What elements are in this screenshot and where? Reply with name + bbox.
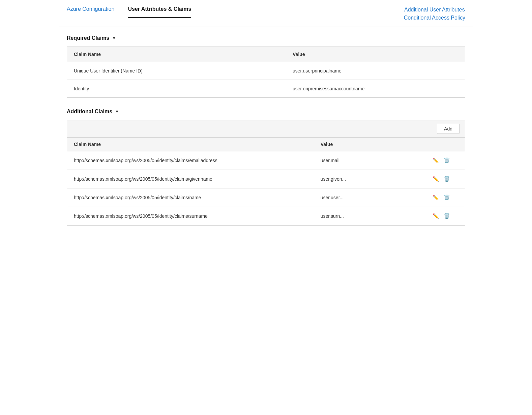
claim-name-cell: http://schemas.xmlsoap.org/ws/2005/05/id… (67, 188, 314, 207)
table-row: http://schemas.xmlsoap.org/ws/2005/05/id… (67, 207, 465, 225)
claim-value-cell: user.mail (314, 151, 425, 170)
required-claims-header-row: Claim Name Value (67, 47, 465, 62)
additional-claims-arrow: ▼ (115, 109, 119, 114)
additional-claims-title: Additional Claims (67, 109, 112, 115)
edit-claim-button[interactable]: ✏️ (432, 157, 440, 164)
tab-azure-config[interactable]: Azure Configuration (67, 6, 114, 17)
tab-additional-user-attributes[interactable]: Additional User Attributes (404, 6, 465, 13)
required-claims-table: Claim Name Value Unique User Identifier … (67, 47, 465, 98)
delete-claim-button[interactable]: 🗑️ (443, 212, 451, 220)
table-row: http://schemas.xmlsoap.org/ws/2005/05/id… (67, 151, 465, 170)
claim-actions-cell: ✏️ 🗑️ (425, 188, 465, 207)
additional-claims-table: Claim Name Value http://schemas.xmlsoap.… (67, 137, 465, 226)
delete-claim-button[interactable]: 🗑️ (443, 194, 451, 201)
main-content: Required Claims ▼ Claim Name Value Uniqu… (59, 27, 473, 234)
claim-name-cell: http://schemas.xmlsoap.org/ws/2005/05/id… (67, 151, 314, 170)
additional-claims-col-value: Value (314, 137, 425, 151)
required-claims-title: Required Claims (67, 35, 109, 41)
required-claims-col-name: Claim Name (67, 47, 286, 62)
tab-right-group[interactable]: Additional User Attributes Conditional A… (404, 6, 465, 27)
claim-value-cell: user.userprincipalname (286, 62, 465, 80)
table-row: http://schemas.xmlsoap.org/ws/2005/05/id… (67, 170, 465, 188)
additional-claims-section-header[interactable]: Additional Claims ▼ (67, 109, 465, 115)
delete-claim-button[interactable]: 🗑️ (443, 175, 451, 183)
claim-actions-cell: ✏️ 🗑️ (425, 207, 465, 225)
claim-value-cell: user.user... (314, 188, 425, 207)
table-row: Unique User Identifier (Name ID) user.us… (67, 62, 465, 80)
additional-claims-col-actions (425, 137, 465, 151)
claim-value-cell: user.given... (314, 170, 425, 188)
table-row: Identity user.onpremisessamaccountname (67, 80, 465, 97)
additional-claims-col-name: Claim Name (67, 137, 314, 151)
claim-name-cell: Unique User Identifier (Name ID) (67, 62, 286, 80)
tab-user-attributes[interactable]: User Attributes & Claims (128, 6, 191, 18)
delete-claim-button[interactable]: 🗑️ (443, 157, 451, 164)
add-claim-button[interactable]: Add (437, 124, 460, 134)
additional-claims-header-row: Claim Name Value (67, 137, 465, 151)
claim-name-cell: http://schemas.xmlsoap.org/ws/2005/05/id… (67, 170, 314, 188)
claim-value-cell: user.onpremisessamaccountname (286, 80, 465, 97)
edit-claim-button[interactable]: ✏️ (432, 194, 440, 201)
required-claims-col-value: Value (286, 47, 465, 62)
required-claims-section-header[interactable]: Required Claims ▼ (67, 35, 465, 41)
add-row-toolbar: Add (67, 120, 465, 137)
claim-name-cell: http://schemas.xmlsoap.org/ws/2005/05/id… (67, 207, 314, 225)
claim-actions-cell: ✏️ 🗑️ (425, 151, 465, 170)
claim-actions-cell: ✏️ 🗑️ (425, 170, 465, 188)
edit-claim-button[interactable]: ✏️ (432, 175, 440, 183)
table-row: http://schemas.xmlsoap.org/ws/2005/05/id… (67, 188, 465, 207)
edit-claim-button[interactable]: ✏️ (432, 212, 440, 220)
claim-value-cell: user.surn... (314, 207, 425, 225)
nav-tabs: Azure Configuration User Attributes & Cl… (59, 0, 473, 27)
required-claims-arrow: ▼ (112, 36, 116, 40)
tab-conditional-access-policy[interactable]: Conditional Access Policy (404, 14, 465, 22)
claim-name-cell: Identity (67, 80, 286, 97)
